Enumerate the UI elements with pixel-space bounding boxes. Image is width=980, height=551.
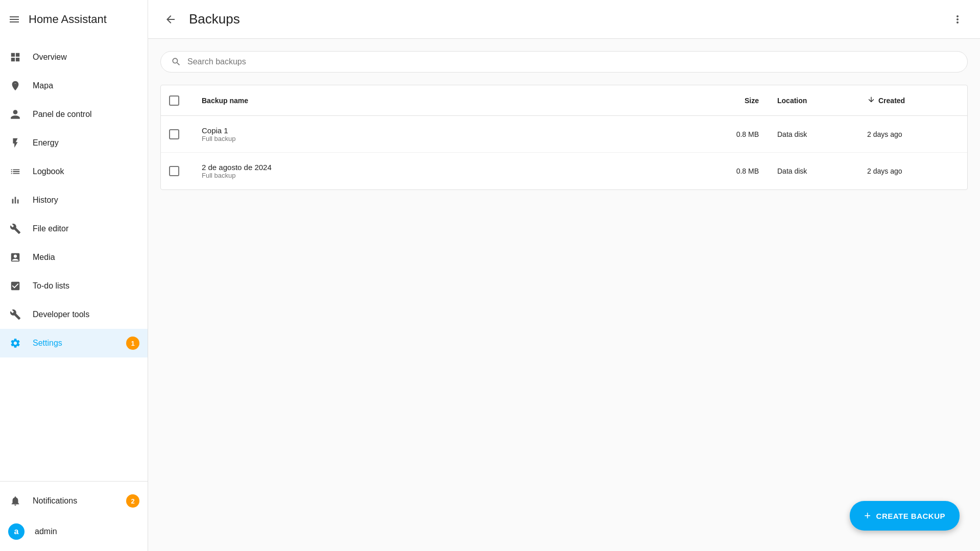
col-header-created[interactable]: Created <box>857 95 959 105</box>
header-checkbox-cell <box>169 95 194 106</box>
row-2-name-cell: 2 de agosto de 2024 Full backup <box>202 163 689 179</box>
table-row[interactable]: 2 de agosto de 2024 Full backup 0.8 MB D… <box>161 153 967 189</box>
table-header: Backup name Size Location Created <box>161 85 967 116</box>
sidebar-item-admin[interactable]: a admin <box>0 516 148 547</box>
row-1-location: Data disk <box>767 130 849 138</box>
backup-type: Full backup <box>202 172 689 179</box>
sidebar-item-panel-de-control[interactable]: Panel de control <box>0 100 148 129</box>
sidebar-item-developer-tools[interactable]: Developer tools <box>0 300 148 329</box>
row-1-size: 0.8 MB <box>698 130 759 138</box>
notifications-badge: 2 <box>126 494 139 508</box>
todo-icon <box>8 279 22 293</box>
col-header-location: Location <box>767 97 849 105</box>
bar-chart-icon <box>8 193 22 207</box>
fab-plus-icon: + <box>864 509 871 522</box>
hamburger-icon[interactable] <box>8 13 20 26</box>
sidebar-item-label: Overview <box>33 53 139 62</box>
sidebar-item-overview[interactable]: Overview <box>0 43 148 71</box>
list-icon <box>8 164 22 179</box>
sidebar-item-mapa[interactable]: Mapa <box>0 71 148 100</box>
create-backup-button[interactable]: + CREATE BACKUP <box>850 501 960 531</box>
sidebar-item-label: Settings <box>33 339 116 348</box>
row-checkbox-cell <box>169 166 194 176</box>
backup-name: Copia 1 <box>202 126 689 135</box>
backups-table: Backup name Size Location Created <box>160 85 968 190</box>
sidebar-item-label: Developer tools <box>33 310 139 319</box>
search-bar <box>160 51 968 73</box>
row-2-size: 0.8 MB <box>698 167 759 175</box>
sidebar-item-label: History <box>33 196 139 205</box>
fab-label: CREATE BACKUP <box>876 512 945 520</box>
app-title: Home Assistant <box>29 13 107 26</box>
avatar: a <box>8 523 25 540</box>
sidebar-item-media[interactable]: Media <box>0 243 148 272</box>
row-1-created: 2 days ago <box>857 130 959 138</box>
content-area: Backup name Size Location Created <box>148 39 980 551</box>
sort-down-icon <box>867 95 875 105</box>
top-bar: Backups <box>148 0 980 39</box>
sidebar-item-label: Notifications <box>33 496 116 506</box>
sidebar-item-label: admin <box>35 527 139 536</box>
row-2-checkbox[interactable] <box>169 166 179 176</box>
sidebar-bottom: Notifications 2 a admin <box>0 481 148 551</box>
sidebar-item-label: Logbook <box>33 167 139 176</box>
sidebar: Home Assistant Overview Mapa <box>0 0 148 551</box>
settings-badge: 1 <box>126 337 139 350</box>
table-row[interactable]: Copia 1 Full backup 0.8 MB Data disk 2 d… <box>161 116 967 153</box>
map-icon <box>8 79 22 93</box>
col-header-name: Backup name <box>202 97 689 105</box>
gear-icon <box>8 336 22 350</box>
sidebar-item-history[interactable]: History <box>0 186 148 214</box>
wrench-icon <box>8 222 22 236</box>
sidebar-item-todo-lists[interactable]: To-do lists <box>0 272 148 300</box>
grid-icon <box>8 50 22 64</box>
search-input[interactable] <box>187 57 957 66</box>
backup-type: Full backup <box>202 135 689 142</box>
backup-name: 2 de agosto de 2024 <box>202 163 689 172</box>
page-title: Backups <box>189 11 939 27</box>
search-icon <box>171 57 181 67</box>
back-button[interactable] <box>160 9 181 30</box>
col-header-size: Size <box>698 97 759 105</box>
sidebar-item-label: Mapa <box>33 81 139 90</box>
sidebar-item-label: Panel de control <box>33 110 139 119</box>
select-all-checkbox[interactable] <box>169 95 179 106</box>
dev-tools-icon <box>8 307 22 322</box>
row-checkbox-cell <box>169 129 194 139</box>
sidebar-item-label: To-do lists <box>33 281 139 291</box>
bell-icon <box>8 494 22 508</box>
row-2-created: 2 days ago <box>857 167 959 175</box>
sidebar-item-label: File editor <box>33 224 139 233</box>
sidebar-item-label: Energy <box>33 138 139 148</box>
media-icon <box>8 250 22 265</box>
row-1-name-cell: Copia 1 Full backup <box>202 126 689 142</box>
sidebar-item-notifications[interactable]: Notifications 2 <box>0 486 148 516</box>
sidebar-item-logbook[interactable]: Logbook <box>0 157 148 186</box>
row-1-checkbox[interactable] <box>169 129 179 139</box>
bolt-icon <box>8 136 22 150</box>
sidebar-nav: Overview Mapa Panel de control <box>0 39 148 481</box>
row-2-location: Data disk <box>767 167 849 175</box>
more-options-button[interactable] <box>947 9 968 30</box>
person-icon <box>8 107 22 122</box>
main-content: Backups Backup name Si <box>148 0 980 551</box>
sidebar-header: Home Assistant <box>0 0 148 39</box>
sidebar-item-energy[interactable]: Energy <box>0 129 148 157</box>
sidebar-item-label: Media <box>33 253 139 262</box>
sidebar-item-file-editor[interactable]: File editor <box>0 214 148 243</box>
sidebar-item-settings[interactable]: Settings 1 <box>0 329 148 357</box>
